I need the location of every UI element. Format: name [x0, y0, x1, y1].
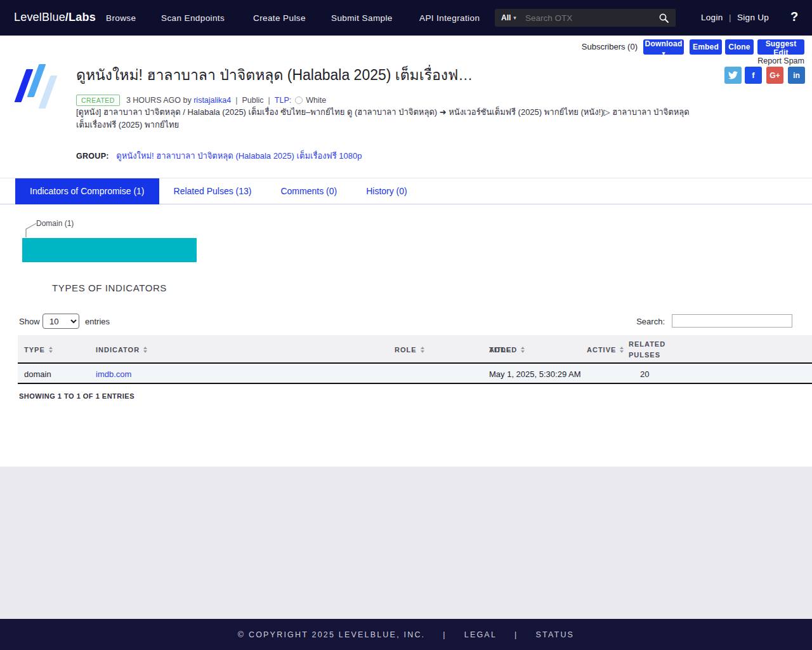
visibility-label: Public: [242, 96, 264, 105]
created-badge: CREATED: [76, 95, 120, 106]
chart-domain-label: Domain (1): [36, 219, 74, 228]
tab-related-pulses[interactable]: Related Pulses (13): [159, 178, 266, 204]
share-linkedin-button[interactable]: in: [788, 67, 805, 84]
avatar-stripe-light: [39, 76, 58, 109]
tab-history[interactable]: History (0): [351, 178, 422, 204]
download-button[interactable]: Download ▾: [643, 39, 684, 55]
share-facebook-button[interactable]: f: [745, 67, 762, 84]
nav-item-scan-endpoints[interactable]: Scan Endpoints: [161, 13, 225, 23]
column-label: ROLE: [395, 346, 417, 354]
column-label: RELATED: [629, 340, 665, 348]
chevron-down-icon: ▾: [662, 50, 665, 56]
logo-text-bold: /Labs: [65, 11, 96, 23]
meta-separator: |: [235, 96, 237, 105]
login-link[interactable]: Login: [701, 13, 723, 22]
footer-legal-link[interactable]: LEGAL: [464, 630, 497, 639]
tab-comments[interactable]: Comments (0): [266, 178, 351, 204]
sort-icon[interactable]: [521, 347, 525, 353]
author-link[interactable]: ristajalika4: [193, 96, 231, 105]
search-input[interactable]: [525, 13, 658, 23]
column-label: PULSES: [629, 351, 660, 359]
group-link[interactable]: ดูหนังใหม่! ฮาลาบาลา ป่าจิตหลุด (Halabal…: [116, 151, 362, 161]
footer-status-link[interactable]: STATUS: [536, 630, 575, 639]
column-label: INDICATOR: [96, 346, 140, 354]
auth-divider: |: [729, 13, 731, 22]
clone-button[interactable]: Clone: [725, 39, 754, 55]
google-plus-icon: G+: [769, 71, 780, 80]
column-header-added[interactable]: ADDED: [489, 346, 525, 354]
help-icon[interactable]: ?: [790, 10, 798, 24]
facebook-icon: f: [752, 70, 754, 80]
pulse-title: ดูหนังใหม่! ฮาลาบาลา ป่าจิตหลุด (Halabal…: [76, 63, 705, 86]
cell-added: May 1, 2025, 5:30:29 AM: [489, 369, 581, 379]
share-google-plus-button[interactable]: G+: [766, 67, 783, 84]
show-label: Show: [19, 317, 40, 326]
pulse-avatar: [11, 60, 69, 124]
tlp-white-icon: [295, 96, 303, 104]
indicators-table-header: TYPE INDICATOR ROLE TITLE ADDED ACTIVE R…: [18, 335, 812, 364]
nav-item-create-pulse[interactable]: Create Pulse: [253, 13, 306, 23]
footer-copyright: © COPYRIGHT 2025 LEVELBLUE, INC.: [238, 630, 425, 639]
table-summary: SHOWING 1 TO 1 OF 1 ENTRIES: [19, 392, 134, 400]
cell-indicator: imdb.com: [96, 369, 131, 379]
pulse-tabbar: Indicators of Compromise (1) Related Pul…: [0, 178, 812, 204]
search-filter-all[interactable]: All: [501, 13, 511, 22]
chart-domain-bar[interactable]: [22, 238, 197, 262]
signup-link[interactable]: Sign Up: [737, 13, 769, 22]
sort-icon[interactable]: [49, 347, 53, 353]
logo-text-normal: LevelBlue: [14, 11, 65, 23]
cell-related-pulses: 20: [640, 369, 649, 379]
column-label: ADDED: [489, 346, 517, 354]
share-twitter-button[interactable]: [724, 67, 742, 84]
search-icon[interactable]: [658, 13, 669, 23]
meta-separator: |: [268, 96, 270, 105]
group-label: GROUP:: [76, 152, 109, 161]
levelblue-labs-logo[interactable]: LevelBlue/Labs: [14, 11, 96, 24]
cell-type: domain: [24, 369, 51, 379]
nav-item-api-integration[interactable]: API Integration: [419, 13, 480, 23]
suggest-edit-button[interactable]: Suggest Edit: [757, 39, 804, 55]
indicator-link[interactable]: imdb.com: [96, 369, 131, 379]
linkedin-icon: in: [793, 71, 800, 80]
column-label: TYPE: [24, 346, 45, 354]
column-header-related-pulses-line2: PULSES: [629, 351, 660, 359]
pulse-meta-row: CREATED 3 HOURS AGO by ristajalika4 | Pu…: [76, 95, 326, 106]
column-header-indicator[interactable]: INDICATOR: [96, 346, 147, 354]
tlp-value: White: [306, 96, 326, 105]
footer-separator: |: [443, 630, 446, 639]
embed-button[interactable]: Embed: [690, 39, 722, 55]
tab-indicators-of-compromise[interactable]: Indicators of Compromise (1): [15, 178, 159, 204]
table-search-label: Search:: [609, 317, 665, 326]
column-header-active[interactable]: ACTIVE: [587, 346, 624, 354]
twitter-icon: [728, 71, 738, 79]
group-row: GROUP: ดูหนังใหม่! ฮาลาบาลา ป่าจิตหลุด (…: [76, 149, 362, 162]
sort-icon[interactable]: [620, 347, 624, 353]
top-navbar: LevelBlue/Labs Browse Scan Endpoints Cre…: [0, 0, 812, 36]
entries-label: entries: [85, 317, 110, 326]
column-header-type[interactable]: TYPE: [24, 346, 53, 354]
nav-item-browse[interactable]: Browse: [106, 13, 136, 23]
column-header-related-pulses[interactable]: RELATED: [629, 340, 665, 348]
subscribers-count[interactable]: Subscribers (0): [536, 42, 638, 51]
chevron-down-icon: ▾: [513, 15, 516, 21]
page-size-select[interactable]: 10: [43, 314, 79, 329]
table-search-input[interactable]: [672, 314, 792, 328]
nav-item-submit-sample[interactable]: Submit Sample: [331, 13, 393, 23]
page-footer: © COPYRIGHT 2025 LEVELBLUE, INC. | LEGAL…: [0, 619, 812, 650]
footer-separator: |: [514, 630, 518, 639]
otx-search-bar[interactable]: All ▾: [495, 9, 676, 27]
pulse-age: 3 HOURS AGO by: [126, 96, 192, 105]
pulse-description: [ดูหนัง] ฮาลาบาลา ป่าจิตหลุด / Halabala …: [76, 106, 697, 131]
download-label: Download: [645, 39, 683, 48]
report-spam-link[interactable]: Report Spam: [730, 56, 804, 65]
tlp-link[interactable]: TLP:: [275, 96, 291, 105]
column-label: ACTIVE: [587, 346, 616, 354]
table-row: domain imdb.com May 1, 2025, 5:30:29 AM …: [18, 365, 812, 384]
chart-title: TYPES OF INDICATORS: [22, 282, 197, 293]
column-header-role[interactable]: ROLE: [395, 346, 424, 354]
sort-icon[interactable]: [143, 347, 147, 353]
sort-icon[interactable]: [421, 347, 424, 353]
